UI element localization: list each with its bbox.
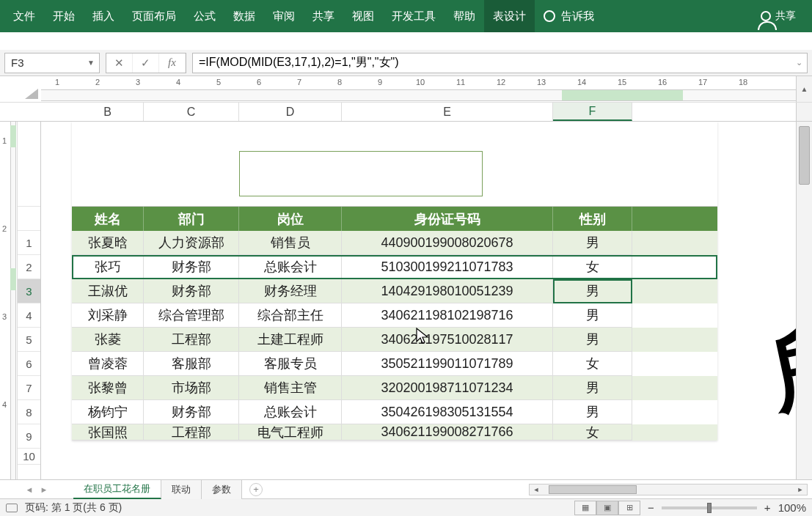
zoom-slider[interactable] <box>662 506 757 509</box>
row-header-5[interactable]: 5 <box>18 328 40 352</box>
cancel-formula-button[interactable]: ✕ <box>106 54 133 73</box>
share-button[interactable]: 共享 <box>749 10 808 23</box>
table-cell[interactable]: 综合管理部 <box>144 303 239 328</box>
zoom-in[interactable]: + <box>764 501 771 514</box>
table-row[interactable]: 王淑优财务部财务经理140429198010051239男 <box>72 279 717 303</box>
hscroll-thumb[interactable] <box>549 485 637 494</box>
table-cell[interactable]: 张国照 <box>72 424 144 441</box>
sheet-tab-2[interactable]: 联动 <box>161 480 202 499</box>
table-cell[interactable]: 客服部 <box>144 352 239 376</box>
sheet-nav[interactable]: ◄ ► <box>0 485 73 494</box>
table-cell[interactable]: 350426198305131554 <box>342 400 553 424</box>
row-header-6[interactable]: 6 <box>18 352 40 376</box>
ribbon-tab-share[interactable]: 共享 <box>304 0 343 32</box>
table-cell[interactable]: 财务经理 <box>239 279 342 303</box>
table-cell[interactable]: 张菱 <box>72 328 144 352</box>
table-cell[interactable]: 男 <box>553 328 632 352</box>
merged-cell[interactable] <box>239 151 483 196</box>
ribbon-tab-developer[interactable]: 开发工具 <box>383 0 445 32</box>
table-cell[interactable]: 电气工程师 <box>239 424 342 441</box>
table-cell[interactable]: 男 <box>553 400 632 424</box>
table-cell[interactable]: 财务部 <box>144 255 239 279</box>
table-cell[interactable]: 张夏晗 <box>72 231 144 255</box>
vertical-scrollbar[interactable] <box>796 122 812 479</box>
table-row[interactable]: 张菱工程部土建工程师340621197510028117男 <box>72 328 717 352</box>
name-box[interactable]: F3 ▼ <box>4 53 100 73</box>
vertical-ruler[interactable]: 1234 <box>0 122 18 479</box>
table-header-id[interactable]: 身份证号码 <box>342 207 553 231</box>
table-cell[interactable]: 市场部 <box>144 376 239 400</box>
table-cell[interactable]: 土建工程师 <box>239 328 342 352</box>
ribbon-tab-review[interactable]: 审阅 <box>264 0 304 32</box>
view-pagebreak[interactable]: ⊞ <box>618 501 640 515</box>
view-normal[interactable]: ▦ <box>574 501 596 515</box>
table-row[interactable]: 张夏晗人力资源部销售员440900199008020678男 <box>72 231 717 255</box>
row-header-2[interactable]: 2 <box>18 255 40 279</box>
ribbon-tab-tabledesign[interactable]: 表设计 <box>484 0 535 32</box>
formula-input[interactable]: =IF(MOD(MID(E3,17,1),2)=1,"男","女") ⌄ <box>192 53 808 73</box>
add-sheet-button[interactable]: + <box>249 483 263 496</box>
sheet-tab-3[interactable]: 参数 <box>202 480 242 499</box>
col-header-E[interactable]: E <box>342 103 553 121</box>
expand-formula-icon[interactable]: ⌄ <box>796 58 802 67</box>
table-cell[interactable]: 销售员 <box>239 231 342 255</box>
fx-button[interactable]: fx <box>159 54 186 73</box>
row-header-8[interactable]: 8 <box>18 400 40 424</box>
table-cell[interactable]: 客服专员 <box>239 352 342 376</box>
table-cell[interactable]: 340621199008271766 <box>342 424 553 441</box>
table-cell[interactable]: 510300199211071783 <box>342 255 553 279</box>
table-row[interactable]: 刘采静综合管理部综合部主任340621198102198716男 <box>72 303 717 328</box>
table-cell[interactable]: 总账会计 <box>239 255 342 279</box>
table-header-position[interactable]: 岗位 <box>239 207 342 231</box>
scrollbar-thumb[interactable] <box>799 126 810 185</box>
table-row[interactable]: 杨钧宁财务部总账会计350426198305131554男 <box>72 400 717 424</box>
table-row[interactable]: 曾凌蓉客服部客服专员350521199011071789女 <box>72 352 717 376</box>
col-header-F[interactable]: F <box>553 103 632 121</box>
table-cell[interactable]: 340621198102198716 <box>342 303 553 328</box>
merged-header-area[interactable] <box>72 122 717 207</box>
table-row[interactable]: 张黎曾市场部销售主管320200198711071234男 <box>72 376 717 400</box>
ribbon-tab-data[interactable]: 数据 <box>224 0 264 32</box>
table-cell[interactable]: 440900199008020678 <box>342 231 553 255</box>
table-cell[interactable]: 财务部 <box>144 279 239 303</box>
table-cell[interactable]: 曾凌蓉 <box>72 352 144 376</box>
table-cell[interactable]: 张黎曾 <box>72 376 144 400</box>
row-header-4[interactable]: 4 <box>18 303 40 328</box>
table-cell[interactable]: 350521199011071789 <box>342 352 553 376</box>
table-cell[interactable]: 男 <box>553 303 632 328</box>
table-cell[interactable]: 张巧 <box>72 255 144 279</box>
row-header-3[interactable]: 3 <box>18 279 40 303</box>
col-header-C[interactable]: C <box>144 103 239 121</box>
ribbon-tab-insert[interactable]: 插入 <box>84 0 123 32</box>
table-cell[interactable]: 340621197510028117 <box>342 328 553 352</box>
table-cell[interactable]: 财务部 <box>144 400 239 424</box>
table-cell[interactable]: 女 <box>553 352 632 376</box>
table-cell[interactable]: 总账会计 <box>239 400 342 424</box>
ribbon-tab-file[interactable]: 文件 <box>4 0 44 32</box>
col-header-D[interactable]: D <box>239 103 342 121</box>
tell-me[interactable]: 告诉我 <box>535 10 603 23</box>
horizontal-scrollbar[interactable]: ◄ ► <box>529 484 808 495</box>
table-cell[interactable]: 320200198711071234 <box>342 376 553 400</box>
ribbon-tab-pagelayout[interactable]: 页面布局 <box>123 0 185 32</box>
table-row[interactable]: 张国照工程部电气工程师340621199008271766女 <box>72 424 717 441</box>
chevron-down-icon[interactable]: ▼ <box>87 59 95 67</box>
row-header-1[interactable]: 1 <box>18 231 40 255</box>
row-header-9[interactable]: 9 <box>18 424 40 449</box>
table-cell[interactable]: 综合部主任 <box>239 303 342 328</box>
table-cell[interactable]: 140429198010051239 <box>342 279 553 303</box>
ribbon-tab-home[interactable]: 开始 <box>44 0 84 32</box>
ribbon-tab-help[interactable]: 帮助 <box>445 0 484 32</box>
table-row[interactable]: 张巧财务部总账会计510300199211071783女 <box>72 255 717 279</box>
table-cell[interactable]: 刘采静 <box>72 303 144 328</box>
sheet-tab-1[interactable]: 在职员工花名册 <box>73 480 161 499</box>
vscroll-up[interactable]: ▲ <box>796 76 812 102</box>
table-cell[interactable]: 工程部 <box>144 328 239 352</box>
zoom-level[interactable]: 100% <box>778 501 806 514</box>
ribbon-tab-view[interactable]: 视图 <box>343 0 383 32</box>
table-cell[interactable]: 女 <box>553 255 632 279</box>
table-header-name[interactable]: 姓名 <box>72 207 144 231</box>
view-pagelayout[interactable]: ▣ <box>596 501 618 515</box>
table-header-gender[interactable]: 性别 <box>553 207 632 231</box>
table-cell[interactable]: 人力资源部 <box>144 231 239 255</box>
